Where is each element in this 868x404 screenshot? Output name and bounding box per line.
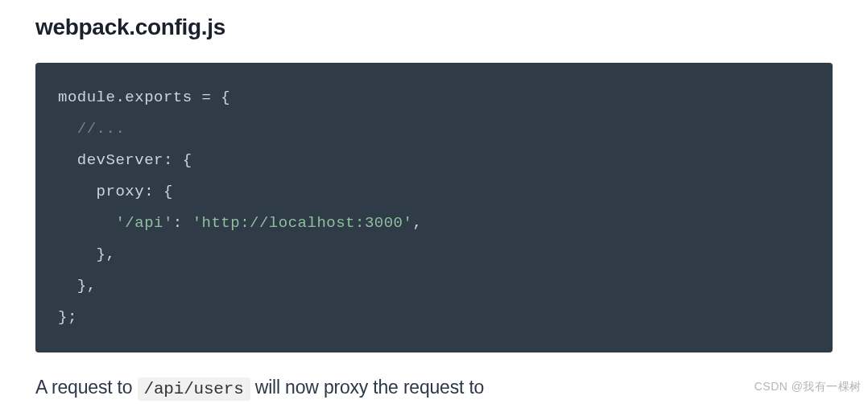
code-line: module.exports = { <box>58 82 810 113</box>
document-content: webpack.config.js module.exports = { //.… <box>0 0 868 398</box>
body-text-pre: A request to <box>35 377 138 398</box>
code-token <box>58 214 115 232</box>
code-line: }, <box>58 239 810 270</box>
code-token <box>58 183 97 200</box>
code-token: { <box>211 89 230 106</box>
code-token: 'http://localhost:3000' <box>192 214 413 232</box>
code-token: //... <box>77 120 126 138</box>
code-line: devServer: { <box>58 145 810 176</box>
watermark: CSDN @我有一棵树 <box>754 380 862 394</box>
code-token: proxy <box>97 183 145 200</box>
code-token <box>58 245 97 263</box>
code-line: }; <box>58 302 810 333</box>
code-token: devServer <box>77 151 163 169</box>
code-token: { <box>173 151 192 169</box>
code-token: }, <box>77 277 97 295</box>
code-block[interactable]: module.exports = { //... devServer: { pr… <box>35 63 833 352</box>
code-token: module <box>58 89 115 106</box>
code-token <box>58 277 77 295</box>
body-paragraph: A request to /api/users will now proxy t… <box>35 377 833 398</box>
code-token: }, <box>97 245 116 263</box>
code-line: proxy: { <box>58 176 810 208</box>
filename-heading: webpack.config.js <box>35 14 833 40</box>
code-token: .exports <box>115 89 201 106</box>
code-line: '/api': 'http://localhost:3000', <box>58 208 810 239</box>
code-token: = <box>202 89 212 106</box>
inline-code: /api/users <box>138 377 250 401</box>
code-token: { <box>154 183 173 200</box>
code-token: : <box>163 151 173 169</box>
code-token <box>58 120 77 138</box>
code-token: , <box>412 214 422 232</box>
code-line: }, <box>58 270 810 302</box>
body-text-post: will now proxy the request to <box>250 377 485 398</box>
code-token <box>58 151 77 169</box>
code-token: '/api' <box>115 214 172 232</box>
code-line: //... <box>58 113 810 145</box>
code-token <box>183 214 192 232</box>
code-token: }; <box>58 308 77 326</box>
code-token: : <box>173 214 183 232</box>
code-token: : <box>144 183 154 200</box>
